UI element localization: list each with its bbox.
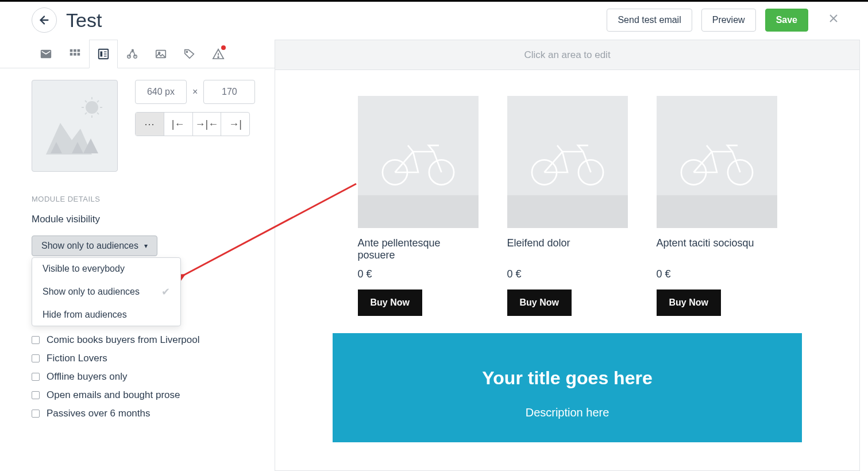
module-visibility-label: Module visibility bbox=[32, 214, 256, 225]
preview-button[interactable]: Preview bbox=[701, 9, 756, 32]
checkbox[interactable] bbox=[32, 336, 40, 344]
sidebar: × ⋯ |← →|← →| MODULE DETAILS Module visi… bbox=[0, 40, 275, 471]
send-test-email-button[interactable]: Send test email bbox=[607, 9, 692, 32]
svg-point-14 bbox=[128, 55, 131, 58]
hero-block[interactable]: Your title goes here Description here bbox=[333, 333, 802, 442]
width-input[interactable] bbox=[135, 80, 187, 104]
align-right-button[interactable]: →| bbox=[221, 113, 249, 136]
audience-item[interactable]: Passives over 6 months bbox=[32, 404, 256, 423]
product-image bbox=[507, 96, 628, 228]
dropdown-option-visible-everybody[interactable]: Visible to everybody bbox=[32, 258, 180, 280]
checkbox[interactable] bbox=[32, 391, 40, 399]
buy-now-button[interactable]: Buy Now bbox=[507, 289, 572, 316]
align-center-button[interactable]: →|← bbox=[193, 113, 222, 136]
product-title: Eleifend dolor bbox=[507, 237, 628, 265]
bike-placeholder-icon bbox=[674, 136, 760, 188]
audience-item[interactable]: Comic books buyers from Liverpool bbox=[32, 331, 256, 349]
layout-icon bbox=[97, 48, 110, 60]
product-title: Ante pellentesque posuere bbox=[358, 237, 479, 265]
arrow-left-icon bbox=[38, 14, 51, 26]
email-icon bbox=[40, 48, 52, 60]
bike-placeholder-icon bbox=[375, 136, 461, 188]
save-button[interactable]: Save bbox=[765, 9, 808, 32]
buy-now-button[interactable]: Buy Now bbox=[657, 289, 721, 316]
checkbox[interactable] bbox=[32, 373, 40, 381]
tab-tag[interactable] bbox=[175, 40, 204, 68]
svg-rect-10 bbox=[101, 51, 103, 56]
product-title: Aptent taciti sociosqu bbox=[657, 237, 777, 265]
tab-alert[interactable] bbox=[204, 40, 233, 68]
sidebar-tabs bbox=[0, 40, 275, 68]
placeholder-landscape-icon bbox=[40, 91, 109, 160]
product-image bbox=[358, 96, 479, 228]
svg-rect-6 bbox=[70, 53, 73, 56]
image-placeholder[interactable] bbox=[32, 80, 118, 172]
page-title: Test bbox=[66, 9, 597, 32]
bike-placeholder-icon bbox=[524, 136, 611, 188]
svg-rect-7 bbox=[74, 53, 76, 56]
dimension-separator: × bbox=[192, 87, 198, 97]
tab-layout[interactable] bbox=[89, 40, 118, 68]
close-icon bbox=[827, 11, 840, 25]
canvas-hint: Click an area to edit bbox=[275, 40, 859, 70]
product-card[interactable]: Aptent taciti sociosqu 0 € Buy Now bbox=[657, 96, 777, 316]
bike-icon bbox=[126, 48, 138, 60]
buy-now-button[interactable]: Buy Now bbox=[358, 289, 422, 316]
grid-icon bbox=[68, 48, 81, 60]
tag-icon bbox=[183, 48, 196, 60]
header: Test Send test email Preview Save bbox=[0, 2, 868, 40]
svg-rect-4 bbox=[74, 49, 76, 52]
svg-point-21 bbox=[218, 56, 219, 57]
visibility-dropdown[interactable]: Show only to audiences ▾ bbox=[32, 235, 157, 256]
product-image bbox=[657, 96, 777, 228]
align-dots-button[interactable]: ⋯ bbox=[136, 113, 164, 136]
close-button[interactable] bbox=[822, 11, 845, 29]
tab-bike[interactable] bbox=[118, 40, 146, 68]
tab-email[interactable] bbox=[32, 40, 60, 68]
module-details-label: MODULE DETAILS bbox=[32, 195, 256, 203]
visibility-dropdown-label: Show only to audiences bbox=[41, 241, 138, 251]
checkbox[interactable] bbox=[32, 410, 40, 418]
audience-item[interactable]: Open emails and bought prose bbox=[32, 386, 256, 404]
tab-grid[interactable] bbox=[60, 40, 89, 68]
tab-image[interactable] bbox=[146, 40, 175, 68]
image-icon bbox=[155, 48, 167, 60]
product-price: 0 € bbox=[507, 268, 628, 280]
canvas: Click an area to edit Ante pellentesque … bbox=[275, 40, 860, 471]
audience-item[interactable]: Fiction Lovers bbox=[32, 349, 256, 368]
audience-list: Comic books buyers from Liverpool Fictio… bbox=[32, 331, 256, 423]
product-price: 0 € bbox=[358, 268, 479, 280]
product-card[interactable]: Eleifend dolor 0 € Buy Now bbox=[507, 96, 628, 316]
align-left-button[interactable]: |← bbox=[164, 113, 193, 136]
product-price: 0 € bbox=[657, 268, 777, 280]
svg-point-19 bbox=[186, 51, 187, 52]
hero-description: Description here bbox=[344, 406, 790, 419]
svg-rect-8 bbox=[78, 53, 80, 56]
checkbox[interactable] bbox=[32, 354, 40, 362]
back-button[interactable] bbox=[32, 7, 57, 33]
dropdown-option-hide-audiences[interactable]: Hide from audiences bbox=[32, 304, 180, 326]
svg-point-23 bbox=[86, 101, 98, 114]
alignment-group: ⋯ |← →|← →| bbox=[135, 112, 250, 136]
caret-down-icon: ▾ bbox=[144, 242, 148, 250]
hero-title: Your title goes here bbox=[344, 368, 790, 389]
visibility-dropdown-menu: Visible to everybody Show only to audien… bbox=[32, 257, 181, 326]
svg-rect-3 bbox=[70, 49, 73, 52]
audience-item[interactable]: Offline buyers only bbox=[32, 368, 256, 386]
dropdown-option-show-audiences[interactable]: Show only to audiences ✔ bbox=[32, 280, 180, 304]
svg-point-16 bbox=[132, 49, 134, 51]
svg-rect-5 bbox=[78, 49, 80, 52]
svg-rect-9 bbox=[99, 49, 109, 59]
check-icon: ✔ bbox=[161, 285, 170, 298]
alert-dot-icon bbox=[221, 45, 226, 50]
canvas-scroll[interactable]: Ante pellentesque posuere 0 € Buy Now El… bbox=[275, 70, 859, 470]
product-card[interactable]: Ante pellentesque posuere 0 € Buy Now bbox=[358, 96, 479, 316]
height-input[interactable] bbox=[203, 80, 255, 104]
